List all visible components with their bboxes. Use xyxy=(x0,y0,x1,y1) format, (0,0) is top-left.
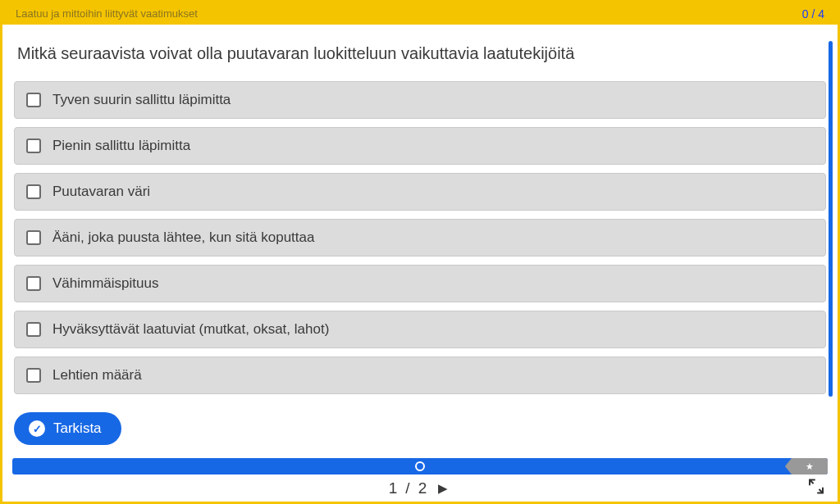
option-item[interactable]: Hyväksyttävät laatuviat (mutkat, oksat, … xyxy=(14,311,826,348)
checkbox-icon[interactable] xyxy=(26,184,41,199)
option-label: Lehtien määrä xyxy=(52,367,142,384)
checkbox-icon[interactable] xyxy=(26,322,41,337)
scrollbar[interactable] xyxy=(829,41,833,397)
option-label: Puutavaran väri xyxy=(52,184,150,200)
option-label: Pienin sallittu läpimitta xyxy=(52,138,190,154)
option-item[interactable]: Pienin sallittu läpimitta xyxy=(14,127,826,165)
option-label: Tyven suurin sallittu läpimitta xyxy=(52,92,231,108)
progress-section: ★ xyxy=(2,458,838,474)
option-item[interactable]: Vähimmäispituus xyxy=(14,265,826,302)
pager-total: 2 xyxy=(418,479,427,497)
checkbox-icon[interactable] xyxy=(26,93,41,107)
header-title: Laatuu ja mittoihin liittyvät vaatimukse… xyxy=(16,7,198,20)
next-arrow-icon[interactable]: ▶ xyxy=(435,478,451,499)
option-item[interactable]: Puutavaran väri xyxy=(14,173,826,211)
option-item[interactable]: Ääni, joka puusta lähtee, kun sitä koput… xyxy=(14,219,826,257)
option-label: Ääni, joka puusta lähtee, kun sitä koput… xyxy=(52,229,314,246)
checkbox-icon[interactable] xyxy=(26,368,41,383)
star-badge-icon: ★ xyxy=(792,458,828,474)
header-score: 0 / 4 xyxy=(802,7,824,20)
option-label: Vähimmäispituus xyxy=(52,275,158,292)
option-label: Hyväksyttävät laatuviat (mutkat, oksat, … xyxy=(52,321,329,338)
nav-bar: 1 / 2 ▶ xyxy=(2,474,838,502)
check-icon: ✓ xyxy=(29,420,45,437)
content-inner: Mitkä seuraavista voivat olla puutavaran… xyxy=(2,25,838,458)
option-item[interactable]: Lehtien määrä xyxy=(14,356,826,394)
checkbox-icon[interactable] xyxy=(26,276,41,291)
check-button-label: Tarkista xyxy=(53,420,102,437)
progress-bar[interactable]: ★ xyxy=(12,458,828,474)
content-wrapper: Mitkä seuraavista voivat olla puutavaran… xyxy=(2,25,838,458)
checkbox-icon[interactable] xyxy=(26,138,41,153)
option-item[interactable]: Tyven suurin sallittu läpimitta xyxy=(14,81,826,119)
pager: 1 / 2 ▶ xyxy=(389,478,451,499)
pager-separator: / xyxy=(405,479,409,497)
checkbox-icon[interactable] xyxy=(26,230,41,245)
progress-marker-icon xyxy=(415,461,425,471)
fullscreen-icon[interactable] xyxy=(808,478,824,498)
quiz-container: Laatuu ja mittoihin liittyvät vaatimukse… xyxy=(0,0,840,504)
header-bar: Laatuu ja mittoihin liittyvät vaatimukse… xyxy=(2,2,838,25)
options-list: Tyven suurin sallittu läpimitta Pienin s… xyxy=(14,81,826,394)
question-text: Mitkä seuraavista voivat olla puutavaran… xyxy=(14,44,826,63)
check-button[interactable]: ✓ Tarkista xyxy=(14,412,121,445)
pager-current: 1 xyxy=(389,479,398,497)
